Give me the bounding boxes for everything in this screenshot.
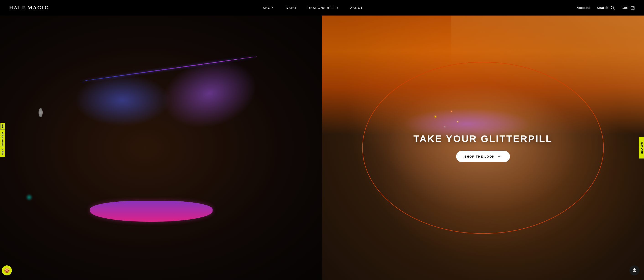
- face-background: [0, 16, 322, 280]
- shop-the-look-label: SHOP THE LOOK: [464, 155, 495, 158]
- cart-label: Cart: [622, 6, 628, 10]
- nav-inspo[interactable]: INSPO: [284, 6, 296, 10]
- accessibility-icon: [632, 268, 637, 273]
- hero-left-panel: [0, 16, 322, 280]
- hero-cta-container: TAKE YOUR GLITTERPILL SHOP THE LOOK →: [414, 133, 552, 162]
- br-tab[interactable]: BR: [0, 123, 5, 129]
- nav-responsibility[interactable]: RESPONSIBILITY: [308, 6, 339, 10]
- arrow-icon: →: [498, 154, 502, 159]
- brand-logo[interactable]: HALF MAGIC: [9, 5, 49, 11]
- search-action[interactable]: Search: [597, 6, 614, 10]
- nav-about[interactable]: ABOUT: [350, 6, 363, 10]
- nav-links: SHOP INSPO RESPONSIBILITY ABOUT: [263, 6, 363, 10]
- account-label: Account: [577, 6, 590, 10]
- cart-action[interactable]: Cart: [622, 6, 635, 10]
- glitter-dot-3: [451, 111, 452, 112]
- hero-right-panel: TAKE YOUR GLITTERPILL SHOP THE LOOK → 10…: [322, 16, 644, 280]
- lips-decoration: [90, 201, 212, 222]
- search-label: Search: [597, 6, 608, 10]
- cart-icon: [630, 6, 635, 10]
- nav-actions: Account Search Cart: [577, 6, 635, 10]
- hero-title: TAKE YOUR GLITTERPILL: [414, 133, 552, 144]
- shop-the-look-button[interactable]: SHOP THE LOOK →: [456, 151, 510, 162]
- eyeshadow-left-decoration: [74, 74, 171, 127]
- svg-line-1: [613, 9, 614, 10]
- hero-section: TAKE YOUR GLITTERPILL SHOP THE LOOK → 10…: [0, 16, 644, 280]
- navbar: HALF MAGIC SHOP INSPO RESPONSIBILITY ABO…: [0, 0, 644, 16]
- account-action[interactable]: Account: [577, 6, 590, 10]
- discount-tab[interactable]: 10% OFF: [639, 137, 644, 159]
- svg-point-3: [634, 268, 635, 269]
- cookie-icon: 🍪: [4, 268, 10, 273]
- hero-left-photo: [0, 16, 322, 280]
- side-labels: BR GET INSPIRED: [0, 123, 5, 157]
- bokeh-teal: [26, 194, 32, 201]
- search-icon: [610, 6, 615, 10]
- get-inspired-label[interactable]: GET INSPIRED: [0, 129, 5, 157]
- svg-point-0: [611, 6, 614, 9]
- cookie-button[interactable]: 🍪: [2, 265, 12, 275]
- nav-shop[interactable]: SHOP: [263, 6, 273, 10]
- accessibility-button[interactable]: [630, 265, 640, 275]
